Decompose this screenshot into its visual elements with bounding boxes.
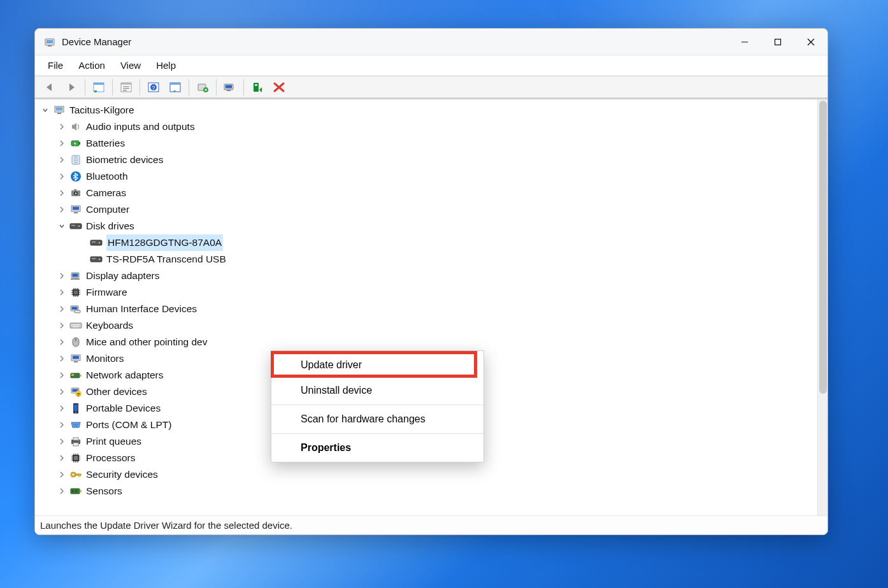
- chevron-right-icon[interactable]: [57, 289, 67, 296]
- vertical-scrollbar[interactable]: [817, 99, 827, 515]
- svg-rect-31: [74, 189, 76, 191]
- tree-category-disk-drives[interactable]: Disk drives: [35, 218, 817, 234]
- menu-view[interactable]: View: [113, 57, 148, 73]
- svg-rect-35: [70, 224, 82, 229]
- portable-device-icon: [69, 402, 82, 415]
- svg-text:?: ?: [77, 392, 80, 398]
- chevron-right-icon[interactable]: [57, 322, 67, 329]
- tree-category-firmware[interactable]: Firmware: [35, 284, 817, 301]
- window-title: Device Manager: [62, 36, 131, 47]
- chevron-right-icon[interactable]: [57, 438, 67, 445]
- chevron-down-icon[interactable]: [57, 222, 67, 230]
- svg-rect-43: [92, 258, 96, 259]
- tree-label: Network adapters: [86, 367, 163, 384]
- scan-hardware-button[interactable]: [166, 78, 185, 96]
- tree-category-biometric[interactable]: Biometric devices: [35, 152, 817, 168]
- chevron-right-icon[interactable]: [57, 338, 67, 346]
- svg-rect-59: [73, 326, 79, 327]
- enable-device-button[interactable]: [248, 78, 267, 96]
- chevron-right-icon[interactable]: [57, 156, 67, 164]
- show-hide-console-tree-button[interactable]: [89, 78, 108, 96]
- properties-button[interactable]: [117, 78, 136, 96]
- context-menu-scan-hardware[interactable]: Scan for hardware changes: [271, 406, 483, 432]
- chevron-right-icon[interactable]: [57, 189, 67, 197]
- chevron-right-icon[interactable]: [57, 355, 67, 362]
- svg-rect-92: [72, 490, 74, 492]
- svg-rect-23: [57, 113, 61, 114]
- chevron-right-icon[interactable]: [57, 388, 67, 396]
- svg-rect-94: [80, 490, 82, 492]
- svg-rect-17: [226, 85, 232, 88]
- svg-rect-89: [78, 475, 80, 477]
- chevron-right-icon[interactable]: [57, 206, 67, 213]
- svg-rect-5: [94, 83, 104, 85]
- disk-drive-icon: [90, 253, 103, 266]
- status-bar: Launches the Update Driver Wizard for th…: [35, 515, 827, 534]
- tree-category-batteries[interactable]: Batteries: [35, 135, 817, 152]
- chip-icon: [69, 286, 82, 299]
- help-button[interactable]: ?: [144, 78, 163, 96]
- scrollbar-thumb[interactable]: [819, 101, 827, 394]
- tree-category-computer[interactable]: Computer: [35, 201, 817, 218]
- svg-rect-40: [92, 241, 96, 243]
- menu-file[interactable]: File: [40, 57, 71, 73]
- back-button[interactable]: [40, 78, 59, 96]
- forward-button[interactable]: [62, 78, 81, 96]
- tree-category-keyboards[interactable]: Keyboards: [35, 317, 817, 334]
- disable-device-button[interactable]: [269, 78, 289, 96]
- tree-category-sensors[interactable]: Sensors: [35, 483, 817, 499]
- chevron-right-icon[interactable]: [57, 471, 67, 478]
- context-menu-update-driver[interactable]: Update driver: [271, 352, 483, 378]
- tree-label: Tacitus-Kilgore: [69, 102, 134, 118]
- uninstall-device-button[interactable]: [220, 78, 240, 96]
- tree-category-bluetooth[interactable]: Bluetooth: [35, 168, 817, 185]
- tree-item-disk-hfm[interactable]: HFM128GDGTNG-87A0A: [35, 234, 817, 251]
- svg-text:?: ?: [152, 84, 155, 90]
- chevron-right-icon[interactable]: [57, 421, 67, 429]
- svg-rect-45: [73, 274, 78, 277]
- svg-point-77: [77, 424, 78, 425]
- chevron-right-icon[interactable]: [57, 371, 67, 379]
- svg-rect-41: [90, 257, 102, 262]
- svg-rect-20: [255, 84, 257, 86]
- tree-label: Ports (COM & LPT): [86, 417, 171, 433]
- tree-category-audio[interactable]: Audio inputs and outputs: [35, 118, 817, 135]
- close-button[interactable]: [794, 29, 827, 55]
- tree-root[interactable]: Tacitus-Kilgore: [35, 102, 817, 118]
- tree-category-display-adapters[interactable]: Display adapters: [35, 268, 817, 284]
- svg-rect-58: [79, 324, 80, 326]
- tree-label: TS-RDF5A Transcend USB: [106, 251, 226, 268]
- sensor-icon: [69, 485, 82, 498]
- chevron-right-icon[interactable]: [57, 487, 67, 495]
- device-tree[interactable]: Tacitus-Kilgore Audio inputs and outputs…: [35, 99, 817, 515]
- tree-label: Print queues: [86, 433, 141, 450]
- chevron-right-icon[interactable]: [57, 305, 67, 313]
- maximize-button[interactable]: [761, 29, 794, 55]
- chevron-right-icon[interactable]: [57, 173, 67, 180]
- chevron-right-icon[interactable]: [57, 405, 67, 412]
- tree-category-hid[interactable]: Human Interface Devices: [35, 301, 817, 317]
- chevron-right-icon[interactable]: [57, 123, 67, 131]
- chevron-right-icon[interactable]: [57, 454, 67, 462]
- chevron-right-icon[interactable]: [57, 272, 67, 280]
- chevron-down-icon[interactable]: [40, 106, 50, 114]
- svg-rect-46: [71, 278, 80, 280]
- tree-item-disk-ts[interactable]: TS-RDF5A Transcend USB: [35, 251, 817, 268]
- tree-category-mice[interactable]: Mice and other pointing dev: [35, 334, 817, 350]
- computer-icon: [53, 104, 66, 117]
- tree-category-security-devices[interactable]: Security devices: [35, 466, 817, 483]
- menu-help[interactable]: Help: [148, 57, 183, 73]
- svg-rect-3: [775, 39, 781, 45]
- svg-rect-8: [121, 83, 131, 85]
- svg-rect-82: [73, 443, 78, 446]
- chevron-right-icon[interactable]: [57, 140, 67, 147]
- minimize-button[interactable]: [728, 29, 761, 55]
- tree-category-cameras[interactable]: Cameras: [35, 185, 817, 201]
- tree-label: Display adapters: [86, 268, 159, 284]
- menu-action[interactable]: Action: [71, 57, 113, 73]
- camera-icon: [69, 187, 82, 199]
- context-menu-uninstall-device[interactable]: Uninstall device: [271, 378, 483, 403]
- svg-rect-50: [72, 307, 78, 310]
- update-driver-button[interactable]: [193, 78, 212, 96]
- context-menu-properties[interactable]: Properties: [271, 435, 483, 461]
